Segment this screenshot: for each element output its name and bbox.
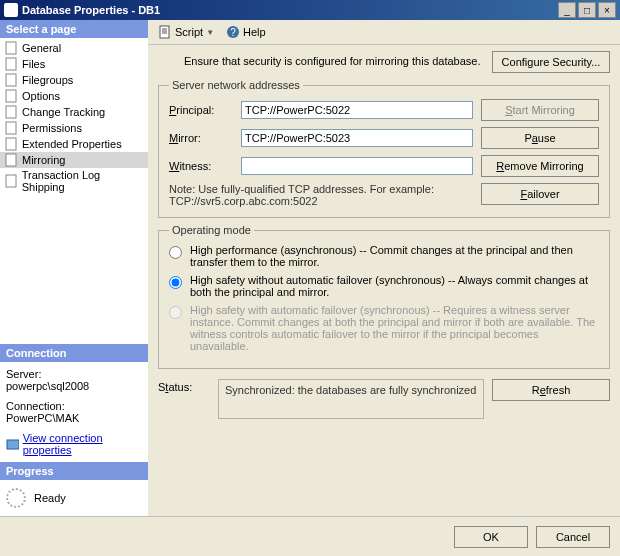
remove-mirroring-button[interactable]: Remove Mirroring (481, 155, 599, 177)
sidebar-item-options[interactable]: Options (0, 88, 148, 104)
sidebar-item-label: Filegroups (22, 74, 73, 86)
page-icon (4, 57, 18, 71)
sidebar: Select a page General Files Filegroups O… (0, 20, 148, 516)
high-safety-no-auto-radio[interactable] (169, 276, 182, 289)
witness-label: Witness: (169, 160, 233, 172)
svg-rect-3 (6, 90, 16, 102)
page-list: General Files Filegroups Options Change … (0, 38, 148, 196)
server-network-addresses-group: Server network addresses Principal: Star… (158, 79, 610, 218)
page-icon (4, 174, 18, 188)
svg-rect-1 (6, 58, 16, 70)
svg-rect-10 (160, 26, 169, 38)
principal-label: Principal: (169, 104, 233, 116)
high-safety-auto-radio (169, 306, 182, 319)
sidebar-item-log-shipping[interactable]: Transaction Log Shipping (0, 168, 148, 194)
help-button[interactable]: ? Help (222, 23, 270, 41)
tcp-note: Note: Use fully-qualified TCP addresses.… (169, 183, 481, 207)
high-safety-auto-label: High safety with automatic failover (syn… (190, 304, 599, 352)
connection-value: PowerPC\MAK (6, 412, 142, 424)
sidebar-item-label: Transaction Log Shipping (22, 169, 144, 193)
sidebar-item-mirroring[interactable]: Mirroring (0, 152, 148, 168)
high-performance-label: High performance (asynchronous) -- Commi… (190, 244, 599, 268)
footer: OK Cancel (0, 516, 620, 556)
svg-rect-6 (6, 138, 16, 150)
sidebar-item-label: Files (22, 58, 45, 70)
chevron-down-icon: ▼ (206, 28, 214, 37)
mirror-input[interactable] (241, 129, 473, 147)
server-label: Server: (6, 368, 142, 380)
sidebar-item-label: Options (22, 90, 60, 102)
help-label: Help (243, 26, 266, 38)
properties-icon (6, 437, 19, 451)
progress-block: Ready (0, 480, 148, 516)
connection-label: Connection: (6, 400, 142, 412)
mirror-label: Mirror: (169, 132, 233, 144)
server-network-legend: Server network addresses (169, 79, 303, 91)
witness-input[interactable] (241, 157, 473, 175)
window-title: Database Properties - DB1 (22, 4, 556, 16)
app-icon (4, 3, 18, 17)
page-icon (4, 121, 18, 135)
sidebar-item-permissions[interactable]: Permissions (0, 120, 148, 136)
script-icon (158, 25, 172, 39)
view-connection-properties-link[interactable]: View connection properties (6, 432, 142, 456)
svg-text:?: ? (230, 27, 236, 38)
ok-button[interactable]: OK (454, 526, 528, 548)
page-icon (4, 153, 18, 167)
status-label: Status: (158, 379, 210, 419)
svg-rect-8 (6, 175, 16, 187)
high-performance-radio[interactable] (169, 246, 182, 259)
svg-rect-0 (6, 42, 16, 54)
help-icon: ? (226, 25, 240, 39)
maximize-button[interactable]: □ (578, 2, 596, 18)
sidebar-item-general[interactable]: General (0, 40, 148, 56)
close-button[interactable]: × (598, 2, 616, 18)
sidebar-item-label: Mirroring (22, 154, 65, 166)
server-value: powerpc\sql2008 (6, 380, 142, 392)
progress-status: Ready (34, 492, 66, 504)
svg-rect-2 (6, 74, 16, 86)
sidebar-header-progress: Progress (0, 462, 148, 480)
status-text: Synchronized: the databases are fully sy… (218, 379, 484, 419)
start-mirroring-button: Start Mirroring (481, 99, 599, 121)
sidebar-header-connection: Connection (0, 344, 148, 362)
high-safety-no-auto-label: High safety without automatic failover (… (190, 274, 599, 298)
principal-input[interactable] (241, 101, 473, 119)
script-button[interactable]: Script ▼ (154, 23, 218, 41)
pause-button[interactable]: Pause (481, 127, 599, 149)
cancel-button[interactable]: Cancel (536, 526, 610, 548)
minimize-button[interactable]: _ (558, 2, 576, 18)
view-connection-properties-label: View connection properties (23, 432, 142, 456)
sidebar-header-select: Select a page (0, 20, 148, 38)
sidebar-item-label: Extended Properties (22, 138, 122, 150)
progress-spinner-icon (6, 488, 26, 508)
page-icon (4, 137, 18, 151)
operating-mode-group: Operating mode High performance (asynchr… (158, 224, 610, 369)
sidebar-item-filegroups[interactable]: Filegroups (0, 72, 148, 88)
content: Script ▼ ? Help Ensure that security is … (148, 20, 620, 516)
script-label: Script (175, 26, 203, 38)
titlebar: Database Properties - DB1 _ □ × (0, 0, 620, 20)
svg-rect-7 (6, 154, 16, 166)
refresh-button[interactable]: Refresh (492, 379, 610, 401)
sidebar-item-extended-properties[interactable]: Extended Properties (0, 136, 148, 152)
page-icon (4, 73, 18, 87)
connection-block: Server: powerpc\sql2008 Connection: Powe… (0, 362, 148, 462)
svg-rect-5 (6, 122, 16, 134)
page-icon (4, 41, 18, 55)
configure-security-button[interactable]: Configure Security... (492, 51, 610, 73)
toolbar: Script ▼ ? Help (148, 20, 620, 45)
svg-rect-4 (6, 106, 16, 118)
page-icon (4, 89, 18, 103)
security-note: Ensure that security is configured for m… (158, 51, 492, 73)
failover-button[interactable]: Failover (481, 183, 599, 205)
sidebar-item-change-tracking[interactable]: Change Tracking (0, 104, 148, 120)
sidebar-item-files[interactable]: Files (0, 56, 148, 72)
sidebar-item-label: Change Tracking (22, 106, 105, 118)
page-icon (4, 105, 18, 119)
sidebar-item-label: Permissions (22, 122, 82, 134)
operating-mode-legend: Operating mode (169, 224, 254, 236)
security-note-row: Ensure that security is configured for m… (158, 51, 610, 73)
svg-rect-9 (7, 440, 19, 449)
sidebar-item-label: General (22, 42, 61, 54)
